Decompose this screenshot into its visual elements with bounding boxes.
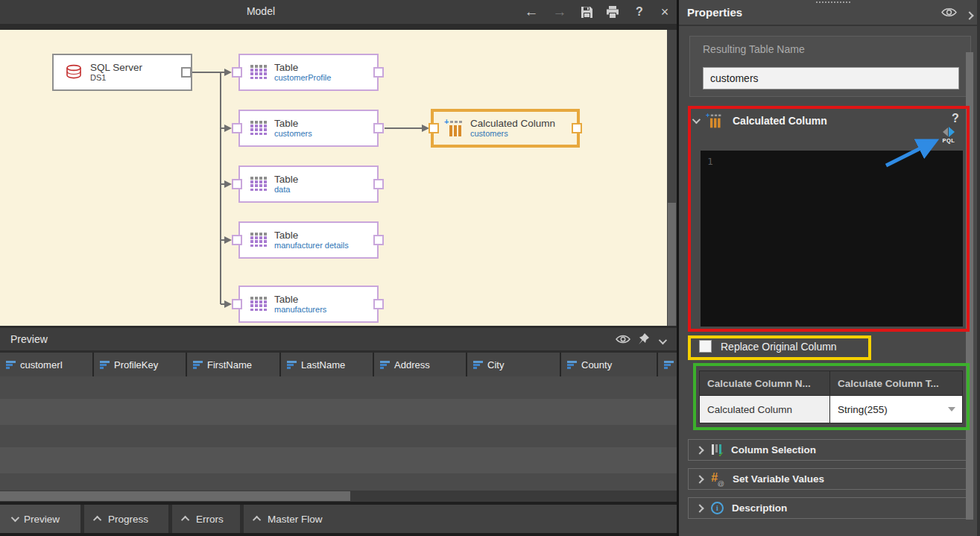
tab-preview[interactable]: Preview [0,505,80,533]
preview-panel-title: Preview [10,333,48,345]
connector-customers-out[interactable] [373,123,384,133]
column-header-county[interactable]: County [561,353,658,376]
preview-watch-button[interactable] [616,334,630,344]
save-icon [581,6,593,19]
replace-original-column-checkbox[interactable] [699,340,712,353]
table-node-manufacturer-details[interactable]: Table manufacturer details [238,221,379,259]
connector-manufacturerdetails-out[interactable] [373,235,384,245]
calculated-column-section-header[interactable]: + Calculated Column [692,112,961,130]
properties-scrollbar-thumb[interactable] [966,52,973,520]
forward-button[interactable]: → [550,3,569,21]
calculated-column-section-title: Calculated Column [733,115,827,127]
table-node-type: Table [274,294,326,305]
table-node-type: Table [274,174,298,185]
preview-horizontal-scrollbar[interactable] [0,491,677,502]
tab-errors[interactable]: Errors [172,505,240,533]
pql-language-button[interactable]: PQL [938,127,960,144]
connector-sqlserver-out[interactable] [181,67,192,78]
model-canvas[interactable]: SQL Server DS1 Table customerProfile Tab… [0,30,667,326]
table-node-name: manufacturers [274,305,326,315]
filter-icon [287,361,297,369]
table-node-data[interactable]: Table data [238,165,379,203]
chevron-up-icon [253,516,261,524]
help-button[interactable]: ? [630,3,649,21]
preview-pin-button[interactable] [638,333,649,345]
column-selection-icon: ✓ [711,444,723,456]
print-icon [606,6,619,19]
column-header-state[interactable]: S [658,353,677,376]
chevron-right-icon [695,446,704,454]
filter-icon [6,361,16,369]
calc-node-type: Calculated Column [470,118,555,129]
column-header-address[interactable]: Address [374,353,467,376]
table-node-type: Table [274,230,349,241]
column-header-customerid[interactable]: customerI [0,353,94,376]
section-description[interactable]: i Description [688,497,971,519]
table-node-type: Table [274,118,312,129]
column-type-dropdown[interactable]: String(255) [830,396,963,423]
properties-title: Properties [687,6,742,19]
table-node-type: Table [274,62,331,73]
column-name-input[interactable]: Calculated Column [699,396,830,423]
connector-manufacturers-out[interactable] [373,299,384,309]
source-node-sql-server[interactable]: SQL Server DS1 [52,54,192,91]
connector-manufacturers-in[interactable] [232,299,242,309]
connector-calccolumn-out[interactable] [572,123,582,133]
filter-icon [380,361,390,369]
back-button[interactable]: ← [522,3,541,21]
bottom-tab-bar: Preview Progress Errors Master Flow [0,505,677,533]
preview-column-headers: customerI ProfileKey FirstName LastName … [0,353,677,376]
chevron-up-icon [93,516,101,524]
source-node-type: SQL Server [90,62,142,73]
column-header-lastname[interactable]: LastName [281,353,374,376]
calc-node-name: customers [470,129,555,139]
column-header-profilekey[interactable]: ProfileKey [94,353,187,376]
connector-calccolumn-in[interactable] [429,123,439,133]
model-workspace: Model ← → [0,0,677,536]
model-toolbar: Model ← → [0,0,677,24]
editor-line-number: 1 [707,156,713,167]
table-icon [250,121,268,136]
column-header-city[interactable]: City [467,353,561,376]
section-help-button[interactable]: ? [952,112,959,125]
preview-collapse-button[interactable] [659,335,665,347]
calculated-column-node[interactable]: + Calculated Column customers [431,109,580,148]
connector-data-in[interactable] [232,179,242,189]
properties-collapse-button[interactable] [967,8,973,22]
save-button[interactable] [577,3,596,21]
preview-scrollbar-thumb[interactable] [0,491,350,501]
tab-progress[interactable]: Progress [84,505,168,533]
section-set-variable-values[interactable]: #@ Set Variable Values [688,468,971,490]
connector-customers-in[interactable] [232,123,242,133]
expression-code-editor[interactable]: 1 [701,151,963,327]
chevron-up-icon [181,516,189,524]
section-column-selection[interactable]: ✓ Column Selection [688,439,971,461]
print-button[interactable] [603,3,622,21]
canvas-vertical-scrollbar[interactable] [667,30,677,326]
resulting-table-name-input[interactable] [703,67,959,89]
resulting-table-name-group: Resulting Table Name [689,36,971,97]
replace-original-column-row: Replace Original Column [699,340,837,353]
table-node-name: customerProfile [274,73,331,83]
preview-table-body [0,376,677,491]
filter-icon [473,361,483,369]
connector-data-out[interactable] [373,179,384,189]
close-button[interactable]: × [655,3,674,21]
column-header-firstname[interactable]: FirstName [187,353,281,376]
chevron-right-icon [695,475,704,483]
connector-customerprofile-in[interactable] [232,67,242,78]
properties-watch-button[interactable] [941,7,957,18]
resulting-table-name-label: Resulting Table Name [703,43,805,55]
column-config-table: Calculate Column N... Calculate Column T… [699,371,963,423]
panel-drag-handle[interactable] [816,1,850,3]
connector-manufacturerdetails-in[interactable] [232,235,242,245]
sql-server-icon [64,63,83,82]
table-node-customers[interactable]: Table customers [238,110,379,147]
tab-master-flow[interactable]: Master Flow [244,505,677,533]
connector-customerprofile-out[interactable] [373,67,384,78]
table-node-customerprofile[interactable]: Table customerProfile [238,54,379,91]
chevron-down-icon [692,116,701,124]
table-node-manufacturers[interactable]: Table manufacturers [238,286,379,323]
table-icon [250,297,268,312]
canvas-scrollbar-thumb[interactable] [668,203,676,326]
